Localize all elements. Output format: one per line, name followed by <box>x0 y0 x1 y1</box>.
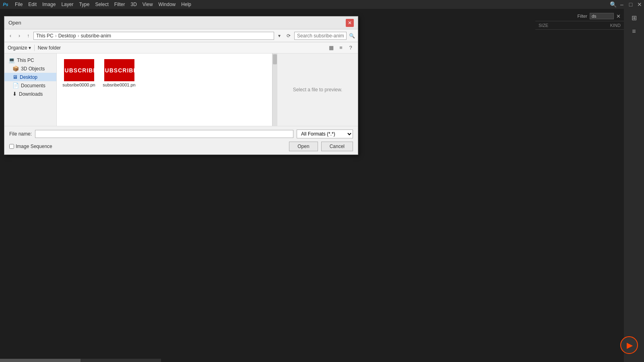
nav-documents[interactable]: 📄 Documents <box>4 81 56 90</box>
right-filter-area: Filter ✕ SIZE KIND <box>535 11 624 30</box>
dialog-bottom: File name: All Formats (*.*) Image Seque… <box>4 126 358 154</box>
menu-bar: Ps File Edit Image Layer Type Select Fil… <box>0 0 644 9</box>
nav-documents-label: Documents <box>21 83 45 88</box>
filename-label: File name: <box>9 131 32 137</box>
menu-filter[interactable]: Filter <box>111 1 128 8</box>
path-part-folder: subsribe-anim <box>81 33 111 39</box>
maximize-button[interactable]: □ <box>626 0 635 9</box>
forward-button[interactable]: › <box>16 32 23 39</box>
refresh-button[interactable]: ⟳ <box>285 32 293 40</box>
toolbar-right: ▦ ≡ ? <box>327 44 355 52</box>
list-view-icon[interactable]: ≡ <box>628 27 640 36</box>
new-folder-button[interactable]: New folder <box>38 45 61 51</box>
app-logo: Ps <box>2 0 10 8</box>
filename-input[interactable] <box>35 130 293 138</box>
file-name-0: subsribe0000.pn <box>62 82 95 87</box>
filter-input[interactable] <box>590 13 614 19</box>
thumbnail-view-button[interactable]: ▦ <box>327 44 335 52</box>
filename-row: File name: All Formats (*.*) <box>9 130 353 138</box>
scrollbar-thumb <box>273 54 277 64</box>
documents-icon: 📄 <box>12 82 19 88</box>
file-thumbnail-0: SUBSCRIBE <box>64 59 94 81</box>
nav-downloads-label: Downloads <box>19 91 43 97</box>
menu-layer[interactable]: Layer <box>58 1 76 8</box>
path-part-desktop: Desktop <box>58 33 76 39</box>
image-sequence-label: Image Sequence <box>16 144 52 149</box>
nav-this-pc-label: This PC <box>17 58 34 63</box>
window-controls: 🔍 – □ ✕ <box>609 0 644 9</box>
file-name-1: subsribe0001.pn <box>103 82 135 87</box>
dialog-toolbar: Organize ▾ New folder ▦ ≡ ? <box>4 42 358 53</box>
file-area[interactable]: SUBSCRIBE subsribe0000.pn SUBSCRIBE subs… <box>57 53 277 126</box>
nav-this-pc[interactable]: 💻 This PC <box>4 56 56 64</box>
close-button[interactable]: ✕ <box>635 0 644 9</box>
dialog-title: Open <box>8 20 21 26</box>
menu-help[interactable]: Help <box>178 1 194 8</box>
organize-button[interactable]: Organize ▾ <box>8 45 31 51</box>
nav-downloads[interactable]: ⬇ Downloads <box>4 90 56 98</box>
desktop-icon: 🖥 <box>12 74 18 80</box>
column-headers: SIZE KIND <box>535 21 624 30</box>
format-dropdown[interactable]: All Formats (*.*) <box>297 130 353 138</box>
menu-select[interactable]: Select <box>92 1 111 8</box>
menu-edit[interactable]: Edit <box>25 1 39 8</box>
list-view-button[interactable]: ≡ <box>337 44 345 52</box>
nav-desktop-label: Desktop <box>20 74 37 80</box>
right-panel: ⊞ ≡ <box>624 9 644 362</box>
play-button[interactable]: ▶ <box>620 336 638 354</box>
back-button[interactable]: ‹ <box>7 32 14 39</box>
open-button[interactable]: Open <box>289 142 318 151</box>
file-thumbnail-1: SUBSCRIBE <box>104 59 134 81</box>
file-grid: SUBSCRIBE subsribe0000.pn SUBSCRIBE subs… <box>57 53 277 93</box>
menu-view[interactable]: View <box>140 1 156 8</box>
nav-desktop[interactable]: 🖥 Desktop <box>4 73 56 81</box>
path-part-thispc: This PC <box>36 33 54 39</box>
this-pc-icon: 💻 <box>8 57 15 63</box>
filter-bar: Filter ✕ <box>535 11 624 21</box>
play-icon: ▶ <box>627 340 633 350</box>
address-bar: ‹ › ↑ This PC › Desktop › subsribe-anim … <box>4 29 358 42</box>
preview-text: Select a file to preview. <box>293 87 343 93</box>
preview-area: Select a file to preview. <box>277 53 358 126</box>
dialog-close-button[interactable]: ✕ <box>346 19 354 27</box>
address-path[interactable]: This PC › Desktop › subsribe-anim <box>33 32 274 40</box>
search-input[interactable] <box>294 32 347 40</box>
dialog-title-bar: Open ✕ <box>4 16 358 29</box>
up-button[interactable]: ↑ <box>25 32 32 39</box>
search-icon[interactable]: 🔍 <box>609 0 617 9</box>
filter-close-icon[interactable]: ✕ <box>616 13 621 19</box>
help-button[interactable]: ? <box>347 44 355 52</box>
3d-objects-icon: 📦 <box>12 66 19 72</box>
filter-label: Filter <box>578 14 587 19</box>
menu-image[interactable]: Image <box>39 1 58 8</box>
minimize-button[interactable]: – <box>617 0 626 9</box>
cancel-button[interactable]: Cancel <box>321 142 353 151</box>
file-item-0[interactable]: SUBSCRIBE subsribe0000.pn <box>61 58 97 89</box>
buttons-row: Image Sequence Open Cancel <box>9 142 353 151</box>
grid-view-icon[interactable]: ⊞ <box>628 13 640 23</box>
organize-arrow-icon: ▾ <box>29 45 31 51</box>
menu-window[interactable]: Window <box>156 1 179 8</box>
menu-type[interactable]: Type <box>76 1 92 8</box>
downloads-icon: ⬇ <box>12 91 17 97</box>
image-sequence-row: Image Sequence <box>9 144 52 149</box>
file-area-scrollbar[interactable] <box>272 53 277 126</box>
image-sequence-checkbox[interactable] <box>9 144 14 149</box>
menu-3d[interactable]: 3D <box>128 1 139 8</box>
file-item-1[interactable]: SUBSCRIBE subsribe0001.pn <box>101 58 137 89</box>
open-dialog: Open ✕ ‹ › ↑ This PC › Desktop › subsrib… <box>4 16 358 155</box>
nav-sidebar: 💻 This PC 📦 3D Objects 🖥 Desktop 📄 Docum… <box>4 53 57 126</box>
toolbar-separator <box>34 45 35 51</box>
nav-3d-objects[interactable]: 📦 3D Objects <box>4 64 56 73</box>
scrollbar-thumb <box>0 359 80 362</box>
nav-3d-objects-label: 3D Objects <box>21 66 45 72</box>
size-col-header: SIZE <box>539 23 548 28</box>
kind-col-header: KIND <box>610 23 621 28</box>
organize-label: Organize <box>8 45 27 51</box>
dialog-body: 💻 This PC 📦 3D Objects 🖥 Desktop 📄 Docum… <box>4 53 358 126</box>
menu-file[interactable]: File <box>12 1 25 8</box>
bottom-scrollbar[interactable] <box>0 359 161 362</box>
dropdown-button[interactable]: ▾ <box>276 32 283 39</box>
search-icon[interactable]: 🔍 <box>348 32 355 39</box>
